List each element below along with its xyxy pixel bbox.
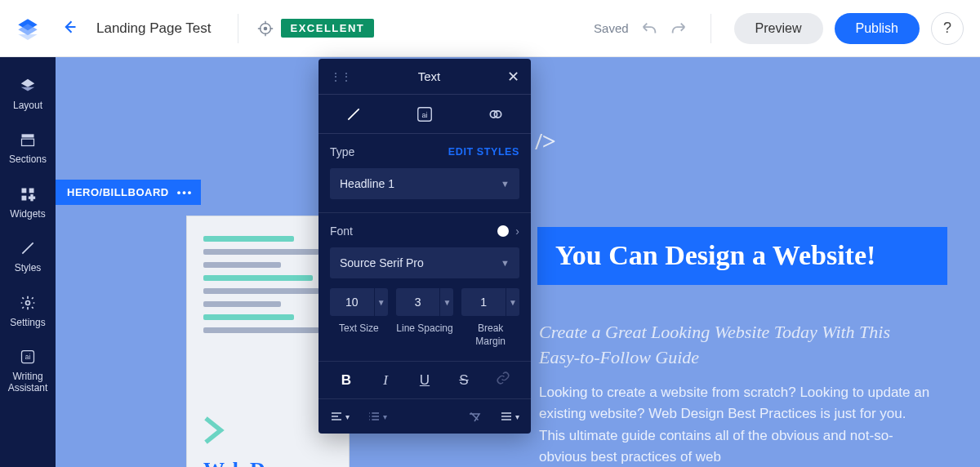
sidebar-item-writing-assistant[interactable]: ai Writing Assistant xyxy=(0,340,56,406)
type-selected-value: Headline 1 xyxy=(340,177,394,190)
break-margin-control: ▼ Break Margin xyxy=(461,288,519,348)
line-spacing-input[interactable] xyxy=(396,288,440,316)
publish-button[interactable]: Publish xyxy=(835,13,920,44)
svg-rect-2 xyxy=(22,135,34,138)
sidebar-item-settings[interactable]: Settings xyxy=(0,286,56,340)
section-tag-hero[interactable]: HERO/BILLBOARD ••• xyxy=(56,180,201,205)
line-spacing-label: Line Spacing xyxy=(396,322,452,336)
text-size-stepper[interactable]: ▼ xyxy=(374,288,388,316)
svg-rect-8 xyxy=(29,196,35,198)
canvas-content: Catz /> Web Des You Can Design a Website… xyxy=(186,127,947,188)
undo-button[interactable] xyxy=(640,20,658,38)
top-bar: Landing Page Test EXCELLENT Saved Previe… xyxy=(0,0,980,57)
tab-ai[interactable]: ai xyxy=(400,105,449,123)
sidebar-item-label: Widgets xyxy=(10,208,45,220)
page-title: Landing Page Test xyxy=(96,20,212,37)
help-button[interactable]: ? xyxy=(931,12,964,45)
sidebar-item-sections[interactable]: Sections xyxy=(0,122,56,176)
font-label: Font xyxy=(330,225,353,238)
svg-point-1 xyxy=(263,26,267,30)
underline-button[interactable]: U xyxy=(412,372,438,389)
type-label: Type xyxy=(330,145,354,158)
sidebar-item-label: Sections xyxy=(9,153,47,165)
more-align-button[interactable]: ▾ xyxy=(500,410,519,423)
hero-title: You Can Design a Website! xyxy=(555,238,929,274)
widgets-icon xyxy=(19,185,37,203)
hero-body[interactable]: Looking to create a website from scratch… xyxy=(539,382,931,467)
sidebar-item-label: Writing Assistant xyxy=(0,371,56,394)
edit-styles-link[interactable]: EDIT STYLES xyxy=(448,146,519,158)
text-size-input[interactable] xyxy=(330,288,374,316)
sidebar-item-label: Styles xyxy=(15,262,42,274)
line-spacing-stepper[interactable]: ▼ xyxy=(439,288,453,316)
close-button[interactable]: ✕ xyxy=(507,68,519,86)
font-section: Font › Source Serif Pro ▼ ▼ Text Size xyxy=(318,213,531,362)
target-icon[interactable] xyxy=(256,20,274,38)
align-row: ▾ ▾ ▾ xyxy=(318,399,531,434)
italic-button[interactable]: I xyxy=(372,372,399,389)
preview-button[interactable]: Preview xyxy=(734,13,823,44)
text-properties-panel: ⋮⋮ Text ✕ ai Type EDIT STYLES Headline 1… xyxy=(318,59,531,434)
quality-badge: EXCELLENT xyxy=(281,19,375,38)
hero-title-block[interactable]: You Can Design a Website! xyxy=(537,227,947,285)
numeric-controls: ▼ Text Size ▼ Line Spacing ▼ Break Margi… xyxy=(330,288,519,348)
break-margin-input[interactable] xyxy=(461,288,506,316)
chevron-right-icon: › xyxy=(515,225,519,238)
break-margin-label: Break Margin xyxy=(461,322,519,348)
tab-link[interactable] xyxy=(471,106,520,122)
font-select[interactable]: Source Serif Pro ▼ xyxy=(330,247,519,278)
divider xyxy=(710,14,711,43)
topbar-right: Saved Preview Publish ? xyxy=(594,12,964,45)
clear-format-button[interactable] xyxy=(467,409,482,424)
app-logo-icon xyxy=(16,17,39,40)
break-margin-stepper[interactable]: ▼ xyxy=(506,288,519,316)
sidebar-item-styles[interactable]: Styles xyxy=(0,231,56,285)
drag-handle-icon[interactable]: ⋮⋮ xyxy=(330,70,351,83)
layers-icon xyxy=(19,77,37,95)
sidebar-item-layout[interactable]: Layout xyxy=(0,69,56,122)
panel-title: Text xyxy=(351,69,507,83)
font-selected-value: Source Serif Pro xyxy=(340,256,424,269)
bold-button[interactable]: B xyxy=(333,372,359,389)
sidebar-item-label: Settings xyxy=(10,317,45,328)
back-button[interactable] xyxy=(57,19,82,38)
panel-tabs: ai xyxy=(318,95,531,134)
chevron-decor-icon xyxy=(197,412,233,448)
tab-design[interactable] xyxy=(329,106,378,122)
color-swatch-icon xyxy=(497,225,509,237)
svg-rect-3 xyxy=(22,140,34,146)
brush-icon xyxy=(19,239,37,257)
sidebar-item-widgets[interactable]: Widgets xyxy=(0,177,56,231)
type-select[interactable]: Headline 1 ▼ xyxy=(330,168,519,199)
svg-text:ai: ai xyxy=(421,110,427,118)
caret-down-icon: ▼ xyxy=(501,179,510,189)
type-section: Type EDIT STYLES Headline 1 ▼ xyxy=(318,134,531,213)
strikethrough-button[interactable]: S xyxy=(451,372,477,389)
brand-text[interactable]: Catz /> xyxy=(480,127,947,155)
list-button[interactable]: ▾ xyxy=(368,410,387,423)
svg-rect-5 xyxy=(29,188,34,193)
font-color-indicator[interactable]: › xyxy=(497,225,519,238)
link-button[interactable] xyxy=(490,371,516,389)
hero-subtitle[interactable]: Create a Great Looking Website Today Wit… xyxy=(539,320,931,371)
svg-text:ai: ai xyxy=(25,353,31,361)
svg-rect-6 xyxy=(22,195,27,200)
line-spacing-control: ▼ Line Spacing xyxy=(396,288,454,348)
panel-header: ⋮⋮ Text ✕ xyxy=(318,59,531,95)
caret-down-icon: ▼ xyxy=(501,258,510,268)
text-size-control: ▼ Text Size xyxy=(330,288,388,348)
sections-icon xyxy=(19,131,37,149)
redo-button[interactable] xyxy=(670,20,688,38)
divider xyxy=(238,14,238,43)
align-left-button[interactable]: ▾ xyxy=(330,410,350,423)
saved-status: Saved xyxy=(594,21,629,35)
left-sidebar: Layout Sections Widgets Styles Settings … xyxy=(0,57,56,467)
text-size-label: Text Size xyxy=(339,322,379,336)
svg-rect-4 xyxy=(22,188,27,193)
more-icon[interactable]: ••• xyxy=(177,186,194,198)
section-tag-label: HERO/BILLBOARD xyxy=(67,186,169,198)
ai-icon: ai xyxy=(19,348,37,366)
format-row: B I U S xyxy=(318,362,531,399)
gear-icon xyxy=(19,294,37,312)
svg-point-9 xyxy=(26,300,30,305)
